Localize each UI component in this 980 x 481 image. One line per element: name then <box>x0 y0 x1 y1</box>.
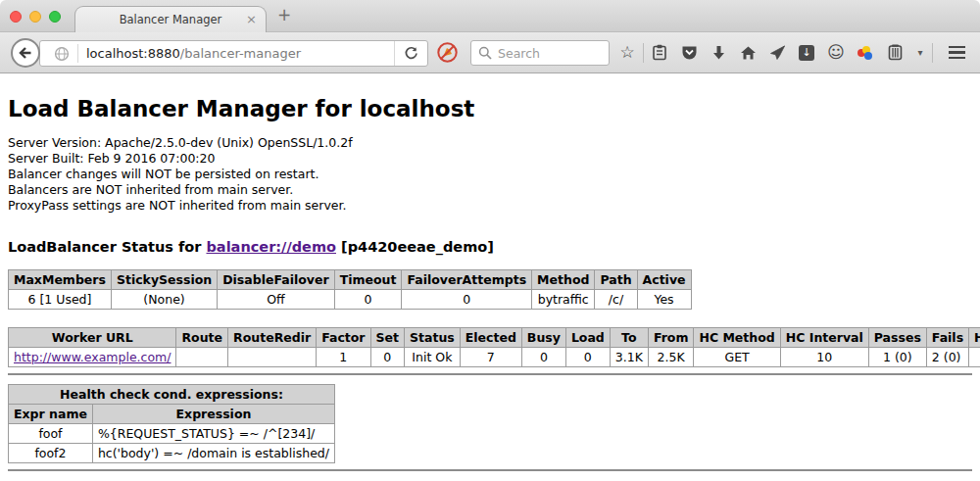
menu-hamburger-icon[interactable] <box>947 46 966 60</box>
col-passes: Passes <box>868 328 926 348</box>
navigation-toolbar: localhost:8880/balancer-manager Search <box>0 32 980 73</box>
table-header-row: Expr name Expression <box>9 405 335 424</box>
cell-factor: 1 <box>317 348 370 367</box>
col-method: Method <box>532 270 595 290</box>
url-host: localhost:8880 <box>86 46 180 61</box>
site-identity-globe-icon[interactable] <box>54 46 70 62</box>
col-hc-uri: HC uri <box>969 328 980 348</box>
col-route: Route <box>176 328 228 348</box>
col-to: To <box>610 328 648 348</box>
container-extension-icon[interactable] <box>885 44 905 61</box>
cell-elected: 7 <box>460 348 521 367</box>
cell-timeout: 0 <box>334 290 402 310</box>
downloads-icon[interactable] <box>709 45 728 61</box>
smiley-extension-icon[interactable]: ☺ <box>826 44 846 61</box>
col-maxmembers: MaxMembers <box>9 270 112 290</box>
extension-download-icon[interactable]: ↓ <box>797 45 816 61</box>
balancer-params-table: MaxMembers StickySession DisableFailover… <box>8 269 692 310</box>
col-active: Active <box>637 270 691 290</box>
url-bar[interactable]: localhost:8880/balancer-manager <box>39 40 428 67</box>
col-timeout: Timeout <box>334 270 402 290</box>
minimize-window-button[interactable] <box>29 11 41 23</box>
reload-icon <box>404 46 418 61</box>
col-from: From <box>648 328 694 348</box>
col-fails: Fails <box>926 328 968 348</box>
cell-hc-interval: 10 <box>780 348 868 367</box>
close-window-button[interactable] <box>10 11 22 23</box>
cell-path: /c/ <box>595 290 637 310</box>
pocket-icon[interactable] <box>679 45 699 61</box>
col-worker-url: Worker URL <box>9 328 176 348</box>
search-bar[interactable]: Search <box>470 40 610 66</box>
bookmark-star-icon[interactable]: ☆ <box>617 44 637 61</box>
cell-hc-uri <box>969 348 980 367</box>
server-version-line: Server Version: Apache/2.5.0-dev (Unix) … <box>8 135 972 151</box>
cell-expr-name: foof2 <box>9 444 93 463</box>
col-disablefailover: DisableFailover <box>218 270 334 290</box>
tab-close-icon[interactable]: × <box>246 12 257 26</box>
section-divider <box>8 373 972 375</box>
share-plane-icon[interactable] <box>767 45 787 61</box>
cell-expression: hc('body') =~ /domain is established/ <box>92 444 334 463</box>
col-path: Path <box>595 270 637 290</box>
cell-worker-url: http://www.example.com/ <box>9 348 176 367</box>
back-button[interactable] <box>11 38 40 68</box>
col-failoverattempts: FailoverAttempts <box>402 270 532 290</box>
chevron-down-icon[interactable]: ▾ <box>914 48 926 58</box>
cell-fails: 2 (0) <box>926 348 968 367</box>
title-bar: Balancer Manager × + <box>0 0 980 32</box>
toolbar-separator <box>932 43 933 63</box>
cell-set: 0 <box>370 348 404 367</box>
col-status: Status <box>405 328 461 348</box>
reload-button[interactable] <box>394 41 427 66</box>
cell-expression: %{REQUEST_STATUS} =~ /^[234]/ <box>92 424 334 444</box>
balancer-demo-link[interactable]: balancer://demo <box>206 239 336 255</box>
colordots-extension-icon[interactable] <box>856 46 875 60</box>
worker-table: Worker URL Route RouteRedir Factor Set S… <box>8 327 980 367</box>
tab-title: Balancer Manager <box>120 13 222 26</box>
page-content: Load Balancer Manager for localhost Serv… <box>0 73 980 481</box>
col-stickysession: StickySession <box>111 270 217 290</box>
col-elected: Elected <box>460 328 521 348</box>
cell-from: 2.5K <box>648 348 694 367</box>
bookmarks-menu-icon[interactable] <box>650 44 669 61</box>
search-icon <box>478 46 492 60</box>
status-prefix: LoadBalancer Status for <box>8 239 206 255</box>
cell-load: 0 <box>565 348 610 367</box>
plugin-blocked-icon[interactable] <box>436 41 459 64</box>
zoom-window-button[interactable] <box>49 11 61 23</box>
cell-hc-method: GET <box>694 348 780 367</box>
cell-method: bytraffic <box>532 290 595 310</box>
cell-routeredir <box>228 348 317 367</box>
health-check-title: Health check cond. expressions: <box>9 385 335 405</box>
cell-busy: 0 <box>521 348 565 367</box>
table-header-row: Worker URL Route RouteRedir Factor Set S… <box>9 328 980 348</box>
cell-route <box>176 348 228 367</box>
search-placeholder: Search <box>498 46 540 61</box>
home-icon[interactable] <box>738 45 758 61</box>
page-title: Load Balancer Manager for localhost <box>8 96 972 121</box>
persist-note-line: Balancer changes will NOT be persisted o… <box>8 167 972 182</box>
bottom-divider <box>8 469 972 471</box>
cell-maxmembers: 6 [1 Used] <box>9 290 112 310</box>
inherit-note-line: Balancers are NOT inherited from main se… <box>8 182 972 198</box>
cell-expr-name: foof <box>9 424 93 444</box>
col-routeredir: RouteRedir <box>228 328 317 348</box>
url-text[interactable]: localhost:8880/balancer-manager <box>86 46 394 61</box>
col-hc-method: HC Method <box>694 328 780 348</box>
proxypass-note-line: ProxyPass settings are NOT inherited fro… <box>8 198 972 214</box>
toolbar-icons: ☆ <box>617 32 980 72</box>
cell-stickysession: (None) <box>111 290 217 310</box>
cell-failoverattempts: 0 <box>402 290 532 310</box>
table-title-row: Health check cond. expressions: <box>9 385 335 405</box>
url-divider <box>77 44 78 63</box>
col-set: Set <box>370 328 404 348</box>
cell-disablefailover: Off <box>218 290 334 310</box>
new-tab-button[interactable]: + <box>277 5 291 24</box>
table-row: foof %{REQUEST_STATUS} =~ /^[234]/ <box>9 424 335 444</box>
health-check-table: Health check cond. expressions: Expr nam… <box>8 384 335 463</box>
worker-url-link[interactable]: http://www.example.com/ <box>14 350 171 364</box>
col-hc-interval: HC Interval <box>780 328 868 348</box>
url-path: /balancer-manager <box>180 46 301 61</box>
tab-balancer-manager[interactable]: Balancer Manager × <box>74 6 267 32</box>
